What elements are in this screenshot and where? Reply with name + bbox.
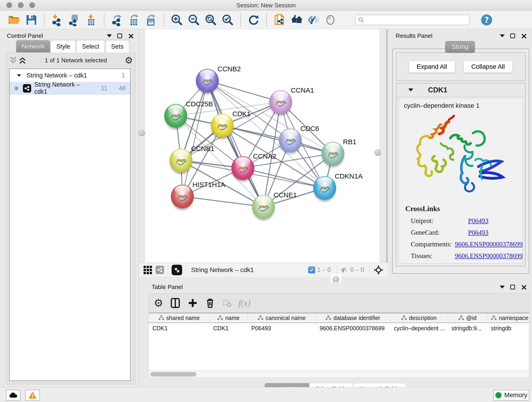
float-panel-icon[interactable]: [500, 34, 505, 37]
collapse-all-button[interactable]: Collapse All: [463, 61, 513, 73]
maximize-panel-icon[interactable]: [510, 285, 515, 289]
network-node-CDK1[interactable]: [211, 114, 234, 138]
column-header-name[interactable]: name: [210, 313, 248, 322]
column-header-description[interactable]: description: [390, 313, 448, 322]
network-node-CDC25B[interactable]: [164, 104, 187, 128]
warning-status-button[interactable]: [25, 390, 40, 401]
selected-checkbox-icon[interactable]: [308, 266, 315, 274]
column-header-database-identifier[interactable]: database identifier: [316, 313, 390, 322]
network-collection-row[interactable]: String Network – cdk1 1: [10, 69, 130, 82]
show-columns-icon[interactable]: [170, 298, 181, 308]
table-options-gear-icon[interactable]: ⚙: [154, 298, 163, 307]
gene-section-header[interactable]: CDK1: [396, 83, 525, 97]
table-horizontal-scrollbar[interactable]: [148, 370, 529, 378]
network-row[interactable]: String Network – cdk1 11 48: [10, 82, 130, 95]
column-header-canonical-name[interactable]: canonical name: [248, 313, 316, 322]
zoom-window-button[interactable]: [29, 2, 35, 8]
home-button[interactable]: [289, 13, 304, 27]
network-node-CCNE1[interactable]: [252, 195, 275, 219]
add-column-icon[interactable]: [187, 298, 198, 308]
help-button[interactable]: ?: [480, 13, 494, 27]
left-splitter-grip[interactable]: [138, 129, 145, 136]
float-panel-icon[interactable]: [500, 286, 505, 288]
open-session-button[interactable]: [7, 13, 22, 27]
zoom-out-button[interactable]: [187, 13, 201, 27]
tab-sets[interactable]: Sets: [105, 40, 129, 52]
crosslink-link[interactable]: P06493: [468, 217, 488, 225]
minimize-window-button[interactable]: [18, 2, 24, 8]
grid-view-icon[interactable]: [143, 265, 152, 274]
right-splitter-grip[interactable]: [374, 149, 381, 156]
cloud-status-button[interactable]: [6, 390, 21, 401]
float-panel-icon[interactable]: [107, 34, 112, 37]
refresh-button[interactable]: [247, 13, 261, 27]
detach-view-button[interactable]: [172, 265, 182, 275]
collapse-all-icon[interactable]: [9, 56, 18, 65]
table-cell[interactable]: 9606.ENSP00000378699: [316, 325, 390, 332]
import-network-button[interactable]: [50, 13, 64, 27]
zoom-selected-button[interactable]: [221, 13, 235, 27]
crosslink-link[interactable]: P06493: [468, 229, 488, 236]
import-table-button[interactable]: [84, 13, 98, 27]
tab-select[interactable]: Select: [76, 40, 105, 52]
maximize-panel-icon[interactable]: [510, 33, 515, 38]
birdseye-navigator-icon[interactable]: [374, 265, 384, 275]
scrollbar-thumb[interactable]: [151, 372, 196, 376]
section-collapse-icon[interactable]: [408, 89, 413, 91]
expand-all-button[interactable]: Expand All: [409, 61, 455, 73]
expand-all-icon[interactable]: [18, 56, 27, 65]
export-table-button[interactable]: [127, 13, 141, 27]
network-node-RB1[interactable]: [322, 142, 344, 166]
network-node-HIST1H1A[interactable]: [171, 185, 194, 208]
close-panel-icon[interactable]: ×: [128, 34, 134, 38]
maximize-panel-icon[interactable]: [117, 33, 122, 38]
hide-selected-button[interactable]: [306, 13, 321, 27]
network-node-CDC6[interactable]: [279, 128, 302, 152]
tab-style[interactable]: Style: [51, 40, 76, 52]
tab-network[interactable]: Network: [16, 40, 50, 52]
crosslink-link[interactable]: 9606.ENSP00000378699: [455, 240, 523, 248]
save-session-button[interactable]: [24, 13, 38, 27]
column-header-namespace[interactable]: namespace: [487, 313, 529, 322]
collection-collapse-icon[interactable]: [17, 74, 21, 77]
share-document-button[interactable]: [272, 13, 287, 27]
network-node-CCNB2[interactable]: [196, 69, 219, 93]
search-input[interactable]: [366, 17, 466, 23]
function-builder-button: f(x): [238, 298, 250, 308]
crosslink-link[interactable]: 9606.ENSP00000378699: [455, 252, 523, 260]
network-view-share-icon[interactable]: [156, 266, 164, 274]
edge-CCNB2-HIST1H1A[interactable]: [182, 81, 207, 196]
column-header-shared-name[interactable]: shared name: [149, 313, 210, 322]
column-header--id[interactable]: @id: [448, 313, 487, 322]
network-canvas[interactable]: CCNB2CCNA1CDC25BCDK1CDC6RB1CCNB1CCNA2CDK…: [145, 29, 380, 263]
horizontal-splitter[interactable]: [139, 277, 532, 282]
close-panel-icon[interactable]: ×: [520, 285, 527, 289]
table-splitter-grip[interactable]: [332, 276, 339, 283]
delete-column-icon[interactable]: [205, 298, 215, 308]
zoom-fit-button[interactable]: [204, 13, 218, 27]
tab-string[interactable]: String: [445, 41, 475, 53]
close-panel-icon[interactable]: ×: [520, 34, 527, 38]
node-label-CDC25B: CDC25B: [186, 100, 213, 108]
table-cell[interactable]: P06493: [248, 325, 316, 332]
edge-HIST1H1A-CCNE1[interactable]: [182, 196, 264, 207]
network-edges: [145, 29, 380, 263]
table-cell[interactable]: CDK1: [210, 325, 248, 332]
network-node-CDKN1A[interactable]: [313, 176, 336, 200]
export-image-button[interactable]: [144, 13, 158, 27]
table-cell[interactable]: cyclin–dependent ...: [390, 325, 448, 332]
table-cell[interactable]: stringdb: [487, 325, 529, 332]
table-cell[interactable]: CDK1: [149, 325, 210, 332]
show-all-button[interactable]: [323, 13, 337, 27]
network-node-CCNA1[interactable]: [269, 90, 292, 114]
network-node-CCNA2[interactable]: [231, 156, 254, 180]
close-window-button[interactable]: [6, 2, 12, 8]
zoom-in-button[interactable]: [170, 13, 184, 27]
network-options-gear-icon[interactable]: ⚙: [125, 56, 133, 65]
table-cell[interactable]: stringdb:9...: [448, 325, 487, 332]
network-node-CCNB1[interactable]: [170, 148, 192, 172]
export-network-button[interactable]: [110, 13, 124, 27]
memory-button[interactable]: Memory: [494, 390, 529, 401]
import-network-from-database-button[interactable]: [67, 13, 81, 27]
panel-divider[interactable]: [386, 29, 388, 263]
